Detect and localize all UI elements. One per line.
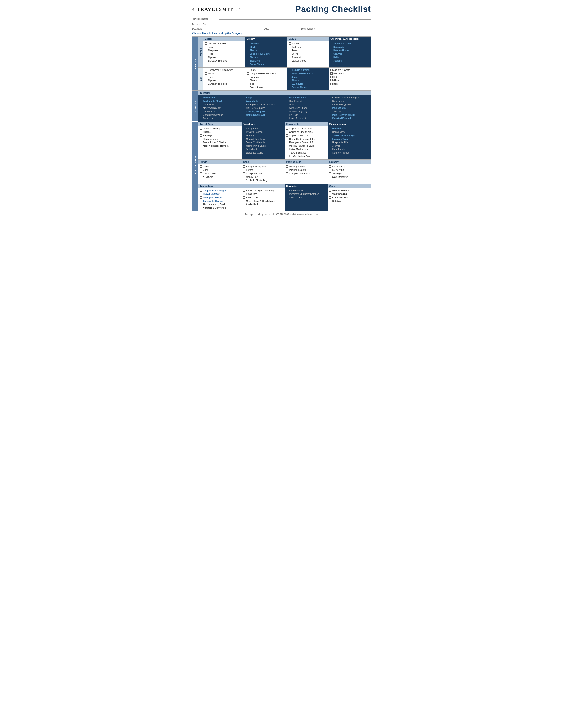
checkbox[interactable]	[330, 72, 333, 75]
checkbox[interactable]	[329, 145, 332, 147]
checkbox[interactable]	[246, 42, 249, 45]
checkbox[interactable]	[205, 42, 207, 45]
checkbox[interactable]	[286, 107, 289, 109]
checkbox[interactable]	[330, 83, 333, 85]
checkbox[interactable]	[243, 152, 245, 154]
checkbox[interactable]	[329, 172, 332, 174]
checkbox[interactable]	[286, 96, 289, 99]
checkbox[interactable]	[289, 72, 291, 75]
checkbox[interactable]	[246, 69, 249, 71]
checkbox[interactable]	[205, 53, 207, 55]
checkbox[interactable]	[329, 141, 332, 143]
checkbox[interactable]	[200, 96, 202, 99]
checkbox[interactable]	[289, 53, 291, 55]
checkbox[interactable]	[329, 176, 332, 178]
checkbox[interactable]	[289, 49, 291, 51]
checkbox[interactable]	[286, 165, 289, 168]
checkbox[interactable]	[246, 46, 249, 48]
checkbox[interactable]	[289, 60, 291, 62]
checkbox[interactable]	[329, 152, 332, 154]
checkbox[interactable]	[289, 83, 291, 85]
checkbox[interactable]	[329, 107, 332, 109]
checkbox[interactable]	[286, 169, 289, 171]
checkbox[interactable]	[200, 134, 202, 137]
checkbox[interactable]	[243, 179, 245, 181]
checkbox[interactable]	[329, 148, 332, 150]
checkbox[interactable]	[200, 131, 202, 133]
checkbox[interactable]	[329, 131, 332, 133]
checkbox[interactable]	[205, 46, 207, 48]
checkbox[interactable]	[286, 141, 289, 143]
checkbox[interactable]	[286, 110, 289, 113]
checkbox[interactable]	[286, 172, 289, 174]
checkbox[interactable]	[200, 172, 202, 174]
checkbox[interactable]	[205, 49, 207, 51]
checkbox[interactable]	[200, 128, 202, 130]
checkbox[interactable]	[246, 60, 249, 62]
checkbox[interactable]	[286, 190, 289, 192]
checkbox[interactable]	[243, 103, 245, 106]
checkbox[interactable]	[329, 128, 332, 130]
checkbox[interactable]	[330, 69, 333, 71]
checkbox[interactable]	[205, 60, 207, 62]
checkbox[interactable]	[200, 110, 202, 113]
checkbox[interactable]	[286, 148, 289, 150]
checkbox[interactable]	[200, 117, 202, 119]
checkbox[interactable]	[330, 56, 333, 58]
checkbox[interactable]	[243, 128, 245, 130]
checkbox[interactable]	[243, 193, 245, 195]
checkbox[interactable]	[329, 103, 332, 106]
checkbox[interactable]	[289, 42, 291, 45]
checkbox[interactable]	[205, 69, 207, 71]
checkbox[interactable]	[329, 193, 332, 195]
checkbox[interactable]	[289, 46, 291, 48]
checkbox[interactable]	[246, 72, 249, 75]
checkbox[interactable]	[243, 107, 245, 109]
checkbox[interactable]	[289, 56, 291, 58]
checkbox[interactable]	[243, 196, 245, 199]
checkbox[interactable]	[246, 83, 249, 85]
checkbox[interactable]	[329, 100, 332, 102]
checkbox[interactable]	[205, 79, 207, 81]
checkbox[interactable]	[330, 79, 333, 81]
checkbox[interactable]	[200, 103, 202, 106]
checkbox[interactable]	[329, 96, 332, 99]
checkbox[interactable]	[329, 134, 332, 137]
checkbox[interactable]	[286, 131, 289, 133]
checkbox[interactable]	[330, 42, 333, 45]
checkbox[interactable]	[286, 103, 289, 106]
checkbox[interactable]	[243, 203, 245, 205]
checkbox[interactable]	[329, 138, 332, 140]
checkbox[interactable]	[243, 148, 245, 150]
checkbox[interactable]	[329, 117, 332, 119]
checkbox[interactable]	[246, 53, 249, 55]
checkbox[interactable]	[200, 193, 202, 195]
checkbox[interactable]	[289, 76, 291, 78]
checkbox[interactable]	[200, 200, 202, 202]
checkbox[interactable]	[286, 100, 289, 102]
checkbox[interactable]	[286, 138, 289, 140]
checkbox[interactable]	[246, 76, 249, 78]
checkbox[interactable]	[286, 145, 289, 147]
checkbox[interactable]	[243, 110, 245, 113]
checkbox[interactable]	[286, 152, 289, 154]
checkbox[interactable]	[243, 138, 245, 140]
checkbox[interactable]	[286, 155, 289, 157]
checkbox[interactable]	[243, 190, 245, 192]
checkbox[interactable]	[330, 53, 333, 55]
checkbox[interactable]	[330, 76, 333, 78]
checkbox[interactable]	[200, 169, 202, 171]
checkbox[interactable]	[243, 165, 245, 168]
checkbox[interactable]	[329, 165, 332, 168]
checkbox[interactable]	[289, 86, 291, 88]
checkbox[interactable]	[286, 117, 289, 119]
checkbox[interactable]	[243, 176, 245, 178]
checkbox[interactable]	[243, 169, 245, 171]
checkbox[interactable]	[200, 165, 202, 168]
checkbox[interactable]	[200, 138, 202, 140]
checkbox[interactable]	[243, 131, 245, 133]
checkbox[interactable]	[329, 169, 332, 171]
checkbox[interactable]	[246, 63, 249, 65]
checkbox[interactable]	[329, 200, 332, 202]
checkbox[interactable]	[246, 86, 249, 88]
